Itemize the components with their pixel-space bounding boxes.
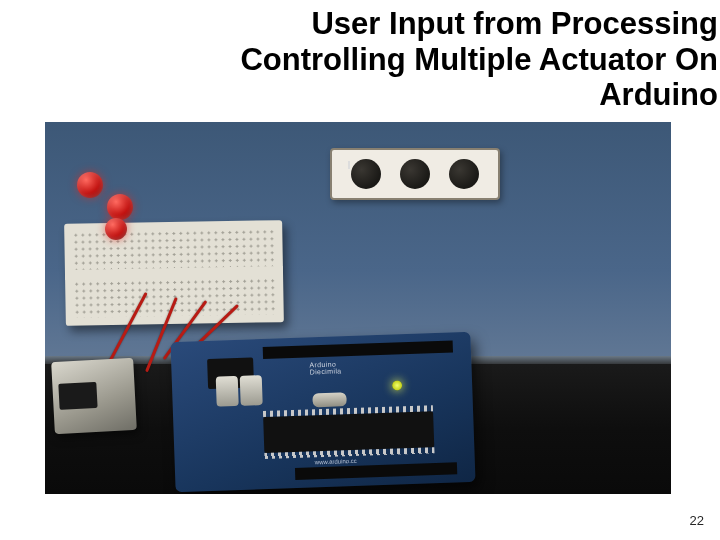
- dot-button-2: [400, 159, 430, 189]
- page-number: 22: [690, 513, 704, 528]
- usb-connector: [51, 358, 137, 434]
- led-red-3: [105, 218, 127, 240]
- slide-title: User Input from Processing Controlling M…: [40, 6, 718, 113]
- arduino-url-text: www.arduino.cc: [315, 458, 357, 465]
- title-line-2: Controlling Multiple Actuator On: [240, 42, 718, 77]
- dot-button-1: [351, 159, 381, 189]
- usb-slot: [58, 382, 97, 410]
- arduino-power-led-icon: [392, 380, 402, 390]
- dot-button-3: [449, 159, 479, 189]
- slide-photo: Arduino Diecimila www.arduino.cc: [45, 122, 671, 494]
- led-red-1: [77, 172, 103, 198]
- processing-dot-panel: [330, 148, 500, 200]
- arduino-model-text: Diecimila: [309, 367, 341, 375]
- arduino-label: Arduino Diecimila: [309, 360, 341, 375]
- breadboard: [64, 220, 284, 326]
- led-red-2: [107, 194, 133, 220]
- arduino-atmega-chip: [263, 411, 434, 453]
- title-line-1: User Input from Processing: [311, 6, 718, 41]
- arduino-capacitor-1: [216, 376, 239, 407]
- arduino-capacitor-2: [240, 375, 263, 406]
- arduino-crystal: [312, 392, 346, 407]
- title-line-3: Arduino: [599, 77, 718, 112]
- arduino-board: Arduino Diecimila www.arduino.cc: [170, 332, 475, 492]
- arduino-header-top: [263, 340, 453, 359]
